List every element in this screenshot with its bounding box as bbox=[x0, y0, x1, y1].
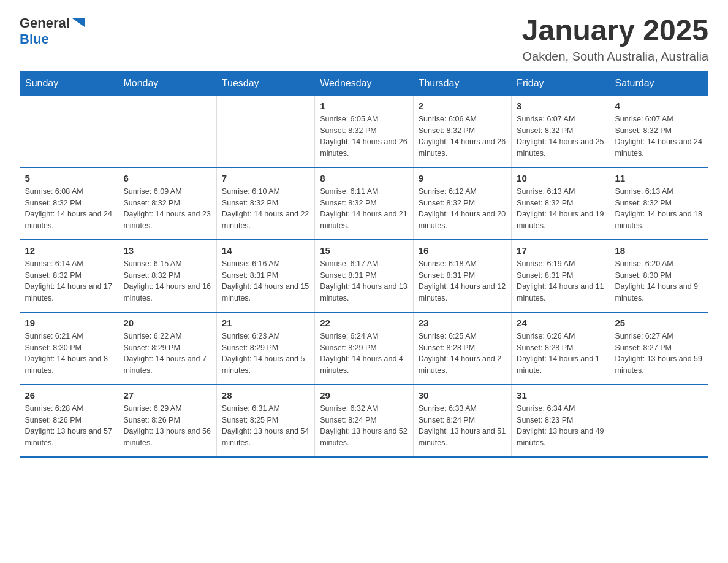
calendar-subtitle: Oakden, South Australia, Australia bbox=[522, 50, 708, 64]
calendar-cell: 29Sunrise: 6:32 AMSunset: 8:24 PMDayligh… bbox=[315, 385, 413, 457]
logo: General Blue bbox=[20, 15, 88, 47]
day-info: Sunrise: 6:13 AMSunset: 8:32 PMDaylight:… bbox=[517, 186, 604, 232]
day-number: 23 bbox=[419, 318, 506, 328]
calendar-cell: 30Sunrise: 6:33 AMSunset: 8:24 PMDayligh… bbox=[413, 385, 511, 457]
calendar-cell: 22Sunrise: 6:24 AMSunset: 8:29 PMDayligh… bbox=[315, 312, 413, 385]
calendar-cell: 8Sunrise: 6:11 AMSunset: 8:32 PMDaylight… bbox=[315, 167, 413, 240]
week-row-5: 26Sunrise: 6:28 AMSunset: 8:26 PMDayligh… bbox=[20, 385, 708, 457]
calendar-cell: 31Sunrise: 6:34 AMSunset: 8:23 PMDayligh… bbox=[512, 385, 610, 457]
logo-text-general: General bbox=[20, 16, 70, 31]
logo-triangle-icon bbox=[71, 15, 88, 32]
calendar-cell: 20Sunrise: 6:22 AMSunset: 8:29 PMDayligh… bbox=[118, 312, 216, 385]
calendar-table: SundayMondayTuesdayWednesdayThursdayFrid… bbox=[20, 71, 708, 458]
calendar-cell: 3Sunrise: 6:07 AMSunset: 8:32 PMDaylight… bbox=[512, 95, 610, 167]
calendar-cell: 19Sunrise: 6:21 AMSunset: 8:30 PMDayligh… bbox=[20, 312, 118, 385]
day-info: Sunrise: 6:29 AMSunset: 8:26 PMDaylight:… bbox=[123, 403, 211, 449]
day-number: 31 bbox=[517, 390, 604, 400]
day-info: Sunrise: 6:06 AMSunset: 8:32 PMDaylight:… bbox=[419, 113, 506, 159]
calendar-cell bbox=[118, 95, 216, 167]
day-number: 22 bbox=[320, 318, 408, 328]
calendar-cell: 27Sunrise: 6:29 AMSunset: 8:26 PMDayligh… bbox=[118, 385, 216, 457]
day-number: 28 bbox=[222, 390, 309, 400]
calendar-cell: 15Sunrise: 6:17 AMSunset: 8:31 PMDayligh… bbox=[315, 240, 413, 312]
calendar-cell: 28Sunrise: 6:31 AMSunset: 8:25 PMDayligh… bbox=[216, 385, 314, 457]
weekday-header-wednesday: Wednesday bbox=[315, 71, 413, 95]
calendar-cell: 25Sunrise: 6:27 AMSunset: 8:27 PMDayligh… bbox=[610, 312, 708, 385]
day-number: 12 bbox=[25, 245, 113, 256]
weekday-header-tuesday: Tuesday bbox=[216, 71, 314, 95]
calendar-cell: 7Sunrise: 6:10 AMSunset: 8:32 PMDaylight… bbox=[216, 167, 314, 240]
svg-marker-0 bbox=[72, 18, 85, 27]
day-info: Sunrise: 6:33 AMSunset: 8:24 PMDaylight:… bbox=[419, 403, 506, 449]
day-number: 24 bbox=[517, 318, 604, 328]
day-number: 19 bbox=[25, 318, 113, 328]
day-number: 17 bbox=[517, 245, 604, 256]
calendar-cell bbox=[20, 95, 118, 167]
weekday-header-sunday: Sunday bbox=[20, 71, 118, 95]
day-number: 27 bbox=[123, 390, 211, 400]
day-number: 1 bbox=[320, 101, 408, 111]
calendar-cell: 5Sunrise: 6:08 AMSunset: 8:32 PMDaylight… bbox=[20, 167, 118, 240]
day-number: 30 bbox=[419, 390, 506, 400]
day-info: Sunrise: 6:12 AMSunset: 8:32 PMDaylight:… bbox=[419, 186, 506, 232]
day-number: 8 bbox=[320, 173, 408, 183]
day-info: Sunrise: 6:07 AMSunset: 8:32 PMDaylight:… bbox=[615, 113, 703, 159]
day-info: Sunrise: 6:26 AMSunset: 8:28 PMDaylight:… bbox=[517, 331, 604, 377]
day-info: Sunrise: 6:13 AMSunset: 8:32 PMDaylight:… bbox=[615, 186, 703, 232]
day-info: Sunrise: 6:32 AMSunset: 8:24 PMDaylight:… bbox=[320, 403, 408, 449]
day-info: Sunrise: 6:19 AMSunset: 8:31 PMDaylight:… bbox=[517, 258, 604, 304]
day-number: 10 bbox=[517, 173, 604, 183]
day-number: 29 bbox=[320, 390, 408, 400]
calendar-cell: 14Sunrise: 6:16 AMSunset: 8:31 PMDayligh… bbox=[216, 240, 314, 312]
day-info: Sunrise: 6:20 AMSunset: 8:30 PMDaylight:… bbox=[615, 258, 703, 304]
calendar-cell: 23Sunrise: 6:25 AMSunset: 8:28 PMDayligh… bbox=[413, 312, 511, 385]
day-info: Sunrise: 6:22 AMSunset: 8:29 PMDaylight:… bbox=[123, 331, 211, 377]
calendar-cell: 26Sunrise: 6:28 AMSunset: 8:26 PMDayligh… bbox=[20, 385, 118, 457]
day-number: 2 bbox=[419, 101, 506, 111]
calendar-cell: 24Sunrise: 6:26 AMSunset: 8:28 PMDayligh… bbox=[512, 312, 610, 385]
calendar-cell: 11Sunrise: 6:13 AMSunset: 8:32 PMDayligh… bbox=[610, 167, 708, 240]
day-info: Sunrise: 6:27 AMSunset: 8:27 PMDaylight:… bbox=[615, 331, 703, 377]
day-info: Sunrise: 6:16 AMSunset: 8:31 PMDaylight:… bbox=[222, 258, 309, 304]
day-info: Sunrise: 6:18 AMSunset: 8:31 PMDaylight:… bbox=[419, 258, 506, 304]
day-number: 20 bbox=[123, 318, 211, 328]
day-info: Sunrise: 6:17 AMSunset: 8:31 PMDaylight:… bbox=[320, 258, 408, 304]
day-info: Sunrise: 6:23 AMSunset: 8:29 PMDaylight:… bbox=[222, 331, 309, 377]
logo-text-blue: Blue bbox=[20, 31, 49, 47]
weekday-header-thursday: Thursday bbox=[413, 71, 511, 95]
week-row-2: 5Sunrise: 6:08 AMSunset: 8:32 PMDaylight… bbox=[20, 167, 708, 240]
calendar-cell: 17Sunrise: 6:19 AMSunset: 8:31 PMDayligh… bbox=[512, 240, 610, 312]
weekday-header-row: SundayMondayTuesdayWednesdayThursdayFrid… bbox=[20, 71, 708, 95]
day-info: Sunrise: 6:15 AMSunset: 8:32 PMDaylight:… bbox=[123, 258, 211, 304]
day-info: Sunrise: 6:25 AMSunset: 8:28 PMDaylight:… bbox=[419, 331, 506, 377]
day-number: 4 bbox=[615, 101, 703, 111]
calendar-cell: 13Sunrise: 6:15 AMSunset: 8:32 PMDayligh… bbox=[118, 240, 216, 312]
day-number: 7 bbox=[222, 173, 309, 183]
day-info: Sunrise: 6:21 AMSunset: 8:30 PMDaylight:… bbox=[25, 331, 113, 377]
day-info: Sunrise: 6:05 AMSunset: 8:32 PMDaylight:… bbox=[320, 113, 408, 159]
day-info: Sunrise: 6:11 AMSunset: 8:32 PMDaylight:… bbox=[320, 186, 408, 232]
week-row-1: 1Sunrise: 6:05 AMSunset: 8:32 PMDaylight… bbox=[20, 95, 708, 167]
calendar-cell bbox=[610, 385, 708, 457]
weekday-header-saturday: Saturday bbox=[610, 71, 708, 95]
week-row-4: 19Sunrise: 6:21 AMSunset: 8:30 PMDayligh… bbox=[20, 312, 708, 385]
calendar-cell: 1Sunrise: 6:05 AMSunset: 8:32 PMDaylight… bbox=[315, 95, 413, 167]
calendar-cell: 9Sunrise: 6:12 AMSunset: 8:32 PMDaylight… bbox=[413, 167, 511, 240]
day-number: 15 bbox=[320, 245, 408, 256]
day-number: 5 bbox=[25, 173, 113, 183]
day-info: Sunrise: 6:34 AMSunset: 8:23 PMDaylight:… bbox=[517, 403, 604, 449]
calendar-cell: 21Sunrise: 6:23 AMSunset: 8:29 PMDayligh… bbox=[216, 312, 314, 385]
day-info: Sunrise: 6:10 AMSunset: 8:32 PMDaylight:… bbox=[222, 186, 309, 232]
weekday-header-friday: Friday bbox=[512, 71, 610, 95]
calendar-cell: 18Sunrise: 6:20 AMSunset: 8:30 PMDayligh… bbox=[610, 240, 708, 312]
day-number: 13 bbox=[123, 245, 211, 256]
day-number: 9 bbox=[419, 173, 506, 183]
calendar-cell: 12Sunrise: 6:14 AMSunset: 8:32 PMDayligh… bbox=[20, 240, 118, 312]
title-block: January 2025 Oakden, South Australia, Au… bbox=[522, 15, 708, 64]
calendar-title: January 2025 bbox=[522, 15, 708, 47]
calendar-cell: 10Sunrise: 6:13 AMSunset: 8:32 PMDayligh… bbox=[512, 167, 610, 240]
day-number: 14 bbox=[222, 245, 309, 256]
day-number: 11 bbox=[615, 173, 703, 183]
day-info: Sunrise: 6:31 AMSunset: 8:25 PMDaylight:… bbox=[222, 403, 309, 449]
day-number: 25 bbox=[615, 318, 703, 328]
